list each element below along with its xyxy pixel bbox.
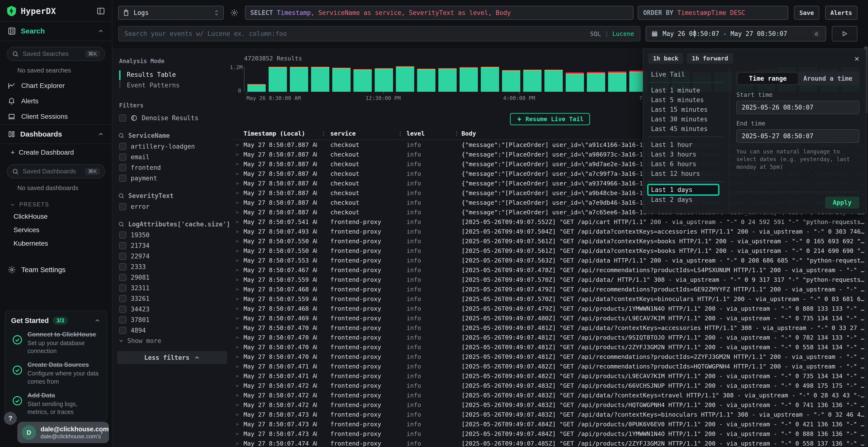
event-search-input[interactable]: Search your events w/ Lucene ex. column:…: [118, 26, 641, 41]
language-toggle-lucene[interactable]: Lucene: [613, 30, 634, 37]
shift-forward-button[interactable]: 1h forward: [687, 53, 733, 64]
chart-bar[interactable]: [290, 67, 308, 92]
chart-bar[interactable]: [247, 84, 266, 92]
table-row[interactable]: >May 27 8:50:07.469 AMfrontend-proxyinfo…: [232, 313, 868, 323]
time-preset-item[interactable]: Last 1 minute: [648, 85, 729, 95]
row-expand-icon[interactable]: >: [232, 373, 244, 379]
time-preset-item[interactable]: Live Tail: [648, 70, 729, 79]
chart-bar[interactable]: [311, 67, 329, 92]
row-expand-icon[interactable]: >: [232, 161, 244, 167]
order-by-editor[interactable]: ORDER BY TimestampTime DESC: [638, 6, 788, 20]
row-expand-icon[interactable]: >: [232, 180, 244, 186]
row-expand-icon[interactable]: >: [232, 364, 244, 369]
filter-value-checkbox[interactable]: 4894: [119, 325, 232, 336]
create-dashboard-button[interactable]: + Create Dashboard: [0, 144, 112, 159]
table-row[interactable]: >May 27 8:50:07.472 AMfrontend-proxyinfo…: [232, 381, 868, 390]
table-row[interactable]: >May 27 8:50:07.470 AMfrontend-proxyinfo…: [232, 333, 868, 342]
chevron-up-icon[interactable]: [94, 317, 101, 324]
table-row[interactable]: >May 27 8:50:07.550 AMfrontend-proxyinfo…: [232, 236, 868, 246]
preset-item-clickhouse[interactable]: ClickHouse: [0, 210, 112, 223]
filter-value-checkbox[interactable]: email: [119, 152, 232, 162]
col-service[interactable]: service: [330, 130, 394, 137]
filter-value-checkbox[interactable]: 2333: [119, 262, 232, 272]
row-expand-icon[interactable]: >: [232, 315, 244, 321]
time-preset-item[interactable]: Last 45 minutes: [648, 124, 729, 134]
chart-bar[interactable]: [566, 72, 584, 92]
show-more-button[interactable]: Show more: [118, 337, 232, 344]
row-expand-icon[interactable]: >: [232, 151, 244, 157]
chart-bar[interactable]: [417, 69, 435, 92]
tab-time-range[interactable]: Time range: [738, 73, 798, 84]
alerts-button[interactable]: Alerts: [825, 6, 858, 20]
table-row[interactable]: >May 27 8:50:07.468 AMfrontend-proxyinfo…: [232, 304, 868, 313]
filter-value-checkbox[interactable]: frontend: [119, 162, 232, 173]
filter-value-checkbox[interactable]: error: [119, 201, 232, 212]
chart-bar[interactable]: [545, 70, 563, 92]
sidebar-section-search[interactable]: Search: [0, 21, 112, 41]
time-preset-item[interactable]: Last 15 minutes: [648, 105, 729, 114]
saved-dashboards-input[interactable]: Saved Dashboards ⌘K: [7, 164, 105, 178]
denoise-results-checkbox[interactable]: Denoise Results: [119, 113, 232, 123]
filter-group-header[interactable]: SeverityText: [118, 192, 232, 199]
close-icon[interactable]: ×: [852, 55, 861, 63]
row-expand-icon[interactable]: >: [232, 267, 244, 273]
chart-bar[interactable]: [353, 69, 372, 92]
resume-live-tail-button[interactable]: Resume Live Tail: [510, 113, 590, 125]
help-button[interactable]: ?: [4, 412, 17, 425]
end-time-input[interactable]: 2025-05-27 08:50:07: [736, 129, 859, 143]
team-settings-button[interactable]: Team Settings: [0, 261, 112, 279]
sidebar-collapse-icon[interactable]: [96, 7, 105, 15]
row-expand-icon[interactable]: >: [232, 412, 244, 417]
chart-bar[interactable]: [438, 68, 457, 92]
col-timestamp[interactable]: Timestamp (Local): [244, 130, 317, 137]
get-started-item[interactable]: Create Data Sources Configure where your…: [12, 361, 100, 386]
table-row[interactable]: >May 27 8:50:07.541 AMfrontend-proxyinfo…: [232, 217, 868, 227]
run-search-button[interactable]: [832, 26, 858, 41]
row-expand-icon[interactable]: >: [232, 277, 244, 282]
time-preset-item[interactable]: Last 5 minutes: [648, 95, 729, 105]
row-expand-icon[interactable]: >: [232, 257, 244, 263]
column-resize-handle[interactable]: ⋮: [394, 131, 406, 137]
row-expand-icon[interactable]: >: [232, 296, 244, 302]
get-started-item[interactable]: Connect to ClickHouse Set up your databa…: [12, 331, 100, 355]
row-expand-icon[interactable]: >: [232, 219, 244, 225]
row-expand-icon[interactable]: >: [232, 248, 244, 253]
shift-back-button[interactable]: 1h back: [648, 53, 683, 64]
chart-bar[interactable]: [587, 72, 605, 92]
row-expand-icon[interactable]: >: [232, 209, 244, 215]
table-row[interactable]: >May 27 8:50:07.550 AMfrontend-proxyinfo…: [232, 246, 868, 255]
chart-bar[interactable]: [502, 70, 520, 92]
row-expand-icon[interactable]: >: [232, 383, 244, 388]
save-button[interactable]: Save: [794, 6, 819, 20]
row-expand-icon[interactable]: >: [232, 238, 244, 244]
less-filters-button[interactable]: Less filters: [117, 351, 227, 364]
mode-event-patterns[interactable]: Event Patterns: [119, 80, 232, 91]
row-expand-icon[interactable]: >: [232, 190, 244, 196]
column-resize-handle[interactable]: ⋮: [317, 131, 330, 137]
chart-bar[interactable]: [269, 67, 287, 92]
row-expand-icon[interactable]: >: [232, 200, 244, 205]
language-toggle-sql[interactable]: SQL: [590, 30, 601, 37]
filter-value-checkbox[interactable]: payment: [119, 173, 232, 183]
row-expand-icon[interactable]: >: [232, 229, 244, 234]
filter-value-checkbox[interactable]: 19350: [119, 230, 232, 240]
source-select[interactable]: Logs: [118, 6, 224, 20]
table-row[interactable]: >May 27 8:50:07.472 AMfrontend-proxyinfo…: [232, 400, 868, 410]
row-expand-icon[interactable]: >: [232, 354, 244, 359]
sidebar-item-alerts[interactable]: Alerts: [0, 94, 112, 109]
sidebar-section-dashboards[interactable]: Dashboards: [0, 124, 112, 144]
col-level[interactable]: level: [406, 130, 452, 137]
table-row[interactable]: >May 27 8:50:07.471 AMfrontend-proxyinfo…: [232, 371, 868, 381]
table-row[interactable]: >May 27 8:50:07.468 AMfrontend-proxyinfo…: [232, 284, 868, 294]
table-row[interactable]: >May 27 8:50:07.559 AMfrontend-proxyinfo…: [232, 294, 868, 304]
table-row[interactable]: >May 27 8:50:07.467 AMfrontend-proxyinfo…: [232, 265, 868, 275]
table-row[interactable]: >May 27 8:50:07.493 AMfrontend-proxyinfo…: [232, 227, 868, 236]
row-expand-icon[interactable]: >: [232, 325, 244, 331]
row-expand-icon[interactable]: >: [232, 392, 244, 398]
chart-bar[interactable]: [332, 68, 350, 92]
table-row[interactable]: >May 27 8:50:07.473 AMfrontend-proxyinfo…: [232, 410, 868, 419]
filter-value-checkbox[interactable]: 33261: [119, 294, 232, 304]
time-preset-item[interactable]: Last 12 hours: [648, 169, 729, 178]
filter-group-header[interactable]: LogAttributes['cache.size']: [118, 220, 232, 228]
filter-value-checkbox[interactable]: 22974: [119, 251, 232, 262]
